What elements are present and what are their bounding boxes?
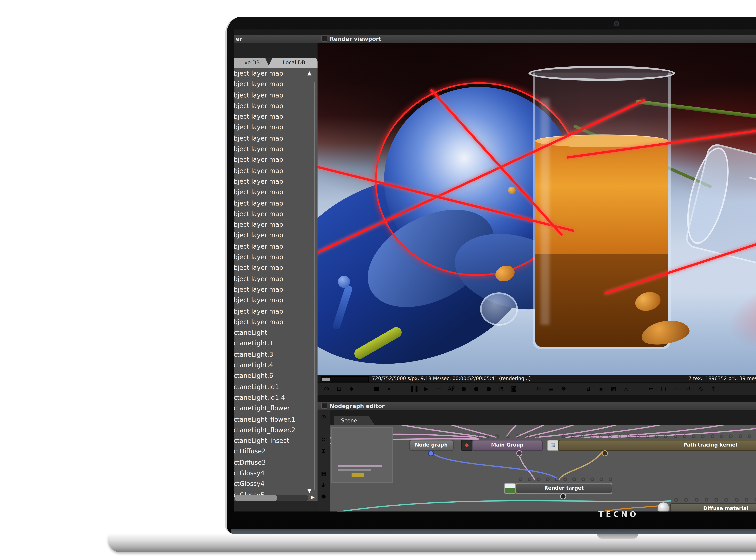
- node-pin[interactable]: [704, 498, 708, 502]
- node-pin[interactable]: [590, 478, 594, 481]
- list-item[interactable]: bject layer map: [234, 306, 317, 316]
- tab-scene[interactable]: Scene: [334, 416, 375, 425]
- toolbar-icon[interactable]: ●: [472, 384, 481, 394]
- toolbar-icon[interactable]: ▤: [547, 384, 556, 394]
- node-pin[interactable]: [536, 435, 539, 438]
- toolbar-icon[interactable]: ◆: [347, 384, 356, 394]
- node-pin[interactable]: [608, 435, 612, 438]
- node-pin[interactable]: [682, 435, 686, 438]
- scroll-right-icon[interactable]: ▶: [311, 494, 314, 499]
- list-item[interactable]: ctaneLight.4: [234, 360, 317, 371]
- list-item[interactable]: ctaneLight.id1: [234, 381, 317, 392]
- node-pin[interactable]: [748, 435, 752, 438]
- node-node-graph[interactable]: Node graph: [409, 440, 453, 451]
- toolbar-icon[interactable]: [397, 384, 406, 394]
- list-item[interactable]: bject layer map: [234, 100, 317, 111]
- list-item[interactable]: ctaneLight_insect: [234, 435, 317, 446]
- node-pin[interactable]: [636, 435, 640, 438]
- db-item-list[interactable]: bject layer mapbject layer mapbject laye…: [234, 68, 317, 501]
- node-pin[interactable]: [674, 498, 678, 502]
- node-pin[interactable]: [720, 435, 723, 438]
- toolbar-icon[interactable]: ◇: [696, 384, 705, 394]
- node-pin[interactable]: [684, 498, 688, 502]
- toolbar-icon[interactable]: ▣: [597, 384, 605, 394]
- scroll-up-icon[interactable]: ▲: [307, 71, 311, 76]
- list-item[interactable]: ctaneLight.1: [234, 338, 317, 349]
- node-pin[interactable]: [673, 435, 677, 438]
- nodegraph-tool-icon[interactable]: [319, 459, 328, 467]
- nodegraph-tool-icon[interactable]: ◎: [319, 413, 328, 422]
- nodegraph-tool-icon[interactable]: ●: [319, 493, 328, 501]
- node-pin[interactable]: [701, 435, 705, 438]
- node-pin[interactable]: [545, 478, 549, 481]
- node-pin[interactable]: [496, 435, 499, 438]
- toolbar-icon[interactable]: ❚❚: [409, 384, 419, 394]
- list-item[interactable]: ctGlossy4: [234, 478, 317, 489]
- scrollbar-thumb[interactable]: [235, 495, 277, 501]
- node-pin[interactable]: [519, 478, 522, 481]
- list-item[interactable]: bject layer map: [234, 176, 317, 187]
- node-pin[interactable]: [735, 498, 738, 502]
- toolbar-icon[interactable]: ▨: [609, 384, 618, 394]
- node-pin[interactable]: [724, 498, 728, 502]
- list-item[interactable]: bject layer map: [234, 273, 317, 284]
- output-pin[interactable]: [602, 450, 608, 456]
- list-item[interactable]: bject layer map: [234, 122, 317, 133]
- nodegraph-canvas[interactable]: Node graph ◆ Main Group ▨ Path tracing k…: [330, 425, 756, 512]
- node-render-target[interactable]: Render target: [516, 483, 612, 494]
- toolbar-icon[interactable]: ▭: [434, 384, 444, 394]
- list-item[interactable]: bject layer map: [234, 241, 317, 252]
- node-pin[interactable]: [729, 435, 733, 438]
- list-item[interactable]: ctaneLight: [234, 327, 317, 338]
- render-target-node-icon[interactable]: [504, 483, 516, 494]
- node-pin[interactable]: [582, 478, 585, 481]
- node-pin[interactable]: [537, 478, 540, 481]
- node-pin[interactable]: [555, 478, 558, 481]
- vertical-scrollbar[interactable]: [313, 82, 315, 491]
- node-pin[interactable]: [527, 478, 531, 481]
- node-pin[interactable]: [485, 435, 489, 438]
- list-item[interactable]: ctDiffuse2: [234, 446, 317, 457]
- output-pin[interactable]: [428, 450, 434, 456]
- list-item[interactable]: bject layer map: [234, 68, 317, 79]
- render-image[interactable]: [317, 43, 756, 375]
- list-item[interactable]: bject layer map: [234, 187, 317, 198]
- node-pin[interactable]: [571, 435, 575, 438]
- node-pin[interactable]: [476, 435, 479, 438]
- node-pin[interactable]: [618, 435, 621, 438]
- toolbar-icon[interactable]: +: [671, 384, 680, 394]
- toolbar-icon[interactable]: «: [385, 384, 393, 394]
- toolbar-icon[interactable]: ↑: [709, 384, 718, 394]
- toolbar-icon[interactable]: ⧉: [584, 384, 593, 394]
- list-item[interactable]: ctaneLight_flower.1: [234, 414, 317, 424]
- kernel-node-icon[interactable]: ▨: [547, 440, 559, 451]
- output-pin[interactable]: [516, 450, 522, 456]
- node-main-group[interactable]: Main Group: [472, 440, 543, 451]
- node-pin[interactable]: [599, 435, 603, 438]
- toolbar-icon[interactable]: ▢: [659, 384, 668, 394]
- node-pin[interactable]: [664, 435, 668, 438]
- node-pin[interactable]: [563, 478, 567, 481]
- list-item[interactable]: bject layer map: [234, 219, 317, 230]
- node-pin[interactable]: [627, 435, 631, 438]
- toolbar-icon[interactable]: ↺: [684, 384, 693, 394]
- nodegraph-minimap[interactable]: [331, 427, 393, 483]
- node-pin[interactable]: [715, 498, 718, 502]
- node-pin[interactable]: [738, 435, 742, 438]
- list-item[interactable]: bject layer map: [234, 295, 317, 305]
- node-pin[interactable]: [562, 435, 565, 438]
- nodegraph-tool-icon[interactable]: ∷: [319, 436, 328, 444]
- node-pin[interactable]: [695, 498, 698, 502]
- scroll-down-icon[interactable]: ▼: [307, 489, 311, 494]
- list-item[interactable]: bject layer map: [234, 143, 317, 154]
- list-item[interactable]: ctaneLight.3: [234, 349, 317, 360]
- list-item[interactable]: ctaneLight_flower: [234, 403, 317, 414]
- nodegraph-tool-icon[interactable]: [319, 425, 328, 433]
- output-pin[interactable]: [560, 493, 566, 499]
- list-item[interactable]: bject layer map: [234, 198, 317, 208]
- list-item[interactable]: ctaneLight.6: [234, 371, 317, 381]
- list-item[interactable]: bject layer map: [234, 284, 317, 295]
- node-pin[interactable]: [711, 435, 714, 438]
- toolbar-icon[interactable]: ◬: [621, 384, 631, 394]
- list-item[interactable]: ctaneLight.id1.4: [234, 392, 317, 403]
